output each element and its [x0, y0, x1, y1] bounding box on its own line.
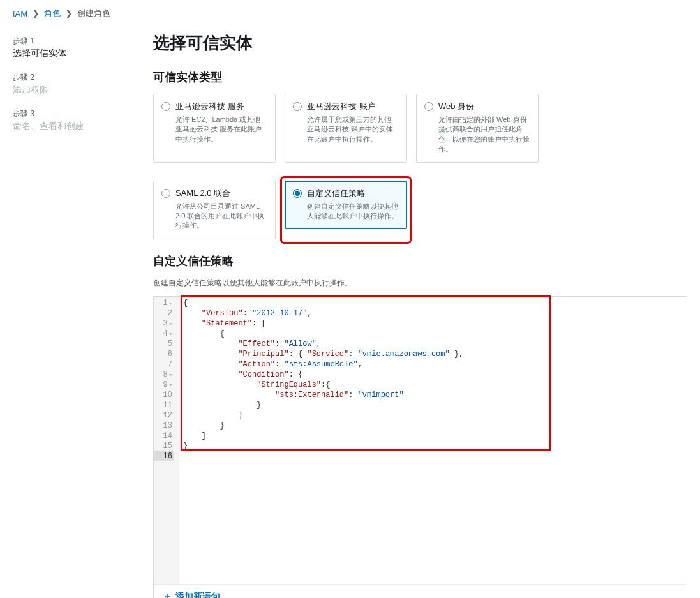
radio-icon	[293, 102, 302, 111]
option-title: 亚马逊云科技 服务	[175, 101, 267, 112]
line-gutter: 1▾ 2 3▾ 4▾ 5 6 7 8▾ 9▾ 10 11 12	[154, 297, 179, 584]
option-title: Web 身份	[438, 101, 530, 112]
step-title: 选择可信实体	[13, 48, 128, 59]
crumb-iam[interactable]: IAM	[13, 9, 27, 19]
step-3[interactable]: 步骤 3 命名、查看和创建	[13, 105, 128, 141]
step-1[interactable]: 步骤 1 选择可信实体	[13, 32, 128, 68]
code-body[interactable]: { "Version": "2012-10-17", "Statement": …	[179, 297, 687, 584]
option-web-identity[interactable]: Web 身份 允许由指定的外部 Web 身份提供商联合的用户担任此角色，以便在您…	[416, 94, 539, 163]
step-title: 添加权限	[13, 84, 128, 96]
highlight-annotation: 自定义信任策略 创建自定义信任策略以便其他人能够在此账户中执行操作。	[280, 176, 412, 244]
option-custom-trust-policy[interactable]: 自定义信任策略 创建自定义信任策略以便其他人能够在此账户中执行操作。	[285, 181, 407, 230]
radio-icon	[293, 189, 302, 198]
plus-icon: ＋	[163, 591, 172, 598]
option-aws-account[interactable]: 亚马逊云科技 账户 允许属于您或第三方的其他 亚马逊云科技 账户中的实体在此账户…	[285, 94, 407, 163]
section-entity-type: 可信实体类型	[153, 70, 687, 85]
crumb-roles[interactable]: 角色	[44, 8, 61, 19]
add-statement-button[interactable]: ＋ 添加新语句	[163, 591, 220, 598]
option-desc: 创建自定义信任策略以便其他人能够在此账户中执行操作。	[307, 202, 399, 221]
option-desc: 允许属于您或第三方的其他 亚马逊云科技 账户中的实体在此账户中执行操作。	[307, 115, 399, 144]
radio-icon	[424, 102, 433, 111]
section-custom-policy: 自定义信任策略	[153, 253, 687, 269]
radio-icon	[161, 102, 170, 111]
wizard-steps: 步骤 1 选择可信实体 步骤 2 添加权限 步骤 3 命名、查看和创建	[13, 32, 128, 598]
policy-editor: 1▾ 2 3▾ 4▾ 5 6 7 8▾ 9▾ 10 11 12	[153, 296, 687, 598]
add-statement-row: ＋ 添加新语句	[154, 584, 687, 598]
option-desc: 允许从公司目录通过 SAML 2.0 联合的用户在此账户中执行操作。	[175, 202, 267, 231]
trusted-entity-options: 亚马逊云科技 服务 允许 EC2、Lambda 或其他 亚马逊云科技 服务在此账…	[153, 94, 687, 239]
page-title: 选择可信实体	[153, 32, 687, 54]
chevron-right-icon: ❯	[66, 9, 72, 18]
option-desc: 允许由指定的外部 Web 身份提供商联合的用户担任此角色，以便在您的账户中执行操…	[438, 115, 530, 154]
crumb-current: 创建角色	[77, 8, 110, 19]
option-title: SAML 2.0 联合	[175, 188, 267, 199]
code-editor[interactable]: 1▾ 2 3▾ 4▾ 5 6 7 8▾ 9▾ 10 11 12	[154, 297, 687, 584]
add-statement-label: 添加新语句	[175, 591, 220, 598]
option-aws-service[interactable]: 亚马逊云科技 服务 允许 EC2、Lambda 或其他 亚马逊云科技 服务在此账…	[153, 94, 276, 163]
option-saml[interactable]: SAML 2.0 联合 允许从公司目录通过 SAML 2.0 联合的用户在此账户…	[153, 181, 276, 239]
breadcrumb: IAM ❯ 角色 ❯ 创建角色	[13, 8, 687, 19]
step-2[interactable]: 步骤 2 添加权限	[13, 68, 128, 105]
section-custom-policy-desc: 创建自定义信任策略以便其他人能够在此账户中执行操作。	[153, 278, 687, 288]
option-desc: 允许 EC2、Lambda 或其他 亚马逊云科技 服务在此账户中执行操作。	[175, 115, 267, 144]
chevron-right-icon: ❯	[33, 9, 39, 18]
option-title: 亚马逊云科技 账户	[307, 101, 399, 112]
step-label: 步骤 1	[13, 36, 128, 47]
radio-icon	[161, 189, 170, 198]
step-label: 步骤 3	[13, 108, 128, 119]
step-title: 命名、查看和创建	[13, 121, 128, 132]
option-title: 自定义信任策略	[307, 188, 399, 199]
step-label: 步骤 2	[13, 72, 128, 83]
